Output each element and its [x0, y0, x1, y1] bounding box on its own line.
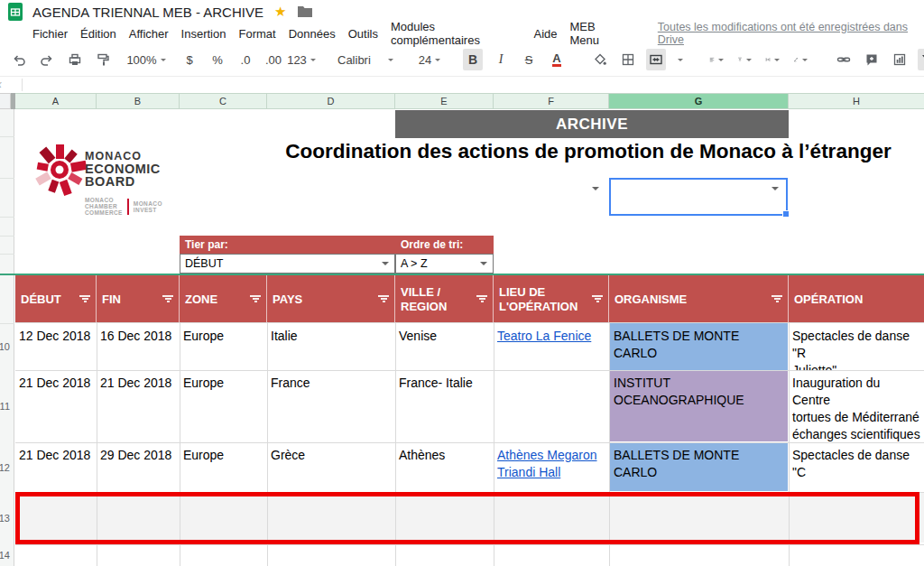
filter-button[interactable]: [918, 49, 924, 70]
cell-b10[interactable]: 16 Dec 2018: [97, 323, 180, 370]
cell-f10-link[interactable]: Teatro La Fenice: [494, 323, 609, 370]
horizontal-align-button[interactable]: [707, 49, 726, 70]
cell-a11[interactable]: 21 Dec 2018: [15, 370, 97, 442]
table-header-fin[interactable]: FIN: [97, 275, 180, 323]
row-header-13[interactable]: 13: [0, 492, 11, 544]
chevron-down-icon[interactable]: [678, 59, 683, 64]
dropdown-arrow-icon[interactable]: [772, 187, 779, 194]
archive-banner-cell[interactable]: ARCHIVE: [395, 110, 789, 138]
sheet-main-title[interactable]: Coordination des actions de promotion de…: [253, 140, 924, 163]
column-header-c[interactable]: C: [180, 93, 267, 109]
menu-aide[interactable]: Aide: [533, 27, 557, 41]
paint-format-button[interactable]: [93, 49, 113, 70]
format-percent-button[interactable]: %: [208, 49, 227, 70]
decrease-decimals-button[interactable]: .0: [236, 49, 255, 70]
filter-funnel-icon[interactable]: [476, 295, 487, 304]
column-header-d[interactable]: D: [267, 93, 395, 109]
text-rotation-button[interactable]: [790, 49, 810, 70]
formula-bar[interactable]: fx: [0, 77, 924, 93]
cell-d10[interactable]: Italie: [267, 323, 395, 370]
menu-edition[interactable]: Édition: [80, 27, 116, 41]
column-header-g-selected[interactable]: G: [609, 93, 789, 109]
filter-funnel-icon[interactable]: [378, 295, 389, 304]
row-header-10[interactable]: 10: [0, 323, 11, 370]
sort-by-select[interactable]: DÉBUT: [180, 254, 395, 274]
column-header-e[interactable]: E: [395, 93, 494, 109]
fill-color-button[interactable]: [590, 49, 610, 70]
menu-format[interactable]: Format: [238, 27, 275, 41]
filter-funnel-icon[interactable]: [79, 295, 90, 304]
sort-order-select[interactable]: A > Z: [395, 254, 494, 274]
cell-g12[interactable]: BALLETS DE MONTE CARLO: [610, 442, 788, 491]
column-header-h[interactable]: H: [789, 93, 924, 109]
table-header-zone[interactable]: ZONE: [180, 275, 267, 323]
column-header-a[interactable]: A: [15, 93, 97, 109]
zoom-select[interactable]: 100%: [136, 49, 156, 70]
menu-fichier[interactable]: Fichier: [32, 27, 68, 41]
row-header-12[interactable]: 12: [0, 442, 11, 492]
menu-donnees[interactable]: Données: [289, 27, 336, 41]
increase-decimals-button[interactable]: .00: [263, 49, 283, 70]
table-header-organisme[interactable]: ORGANISME: [609, 275, 789, 323]
cell-d12[interactable]: Grèce: [267, 442, 395, 492]
filter-funnel-icon[interactable]: [772, 295, 782, 304]
sheets-logo-icon[interactable]: [5, 2, 25, 22]
table-header-lieu[interactable]: LIEU DE L'OPÉRATION: [494, 275, 609, 323]
redo-button[interactable]: [37, 49, 57, 70]
insert-chart-button[interactable]: [890, 49, 910, 70]
fill-handle[interactable]: [782, 210, 790, 218]
cell-g10[interactable]: BALLETS DE MONTE CARLO: [610, 323, 788, 370]
cell-c10[interactable]: Europe: [180, 323, 267, 370]
table-header-operation[interactable]: OPÉRATION: [789, 275, 924, 323]
menu-insertion[interactable]: Insertion: [181, 27, 226, 41]
cell-f11[interactable]: [494, 370, 609, 442]
folder-icon[interactable]: [297, 5, 313, 18]
cell-c12[interactable]: Europe: [180, 442, 267, 492]
merge-cells-button[interactable]: [646, 49, 666, 70]
cell-a10[interactable]: 12 Dec 2018: [15, 323, 97, 370]
bold-button[interactable]: B: [463, 49, 483, 70]
row-header-14[interactable]: 14: [0, 544, 11, 566]
cell-e10[interactable]: Venise: [395, 323, 494, 370]
undo-button[interactable]: [9, 49, 29, 70]
save-status[interactable]: Toutes les modifications ont été enregis…: [658, 21, 924, 46]
filter-funnel-icon[interactable]: [592, 295, 603, 304]
menu-outils[interactable]: Outils: [348, 27, 378, 41]
cell-h10[interactable]: Spectacles de danse "R Juliette": [789, 323, 924, 370]
filter-funnel-icon[interactable]: [250, 295, 261, 304]
italic-button[interactable]: I: [491, 49, 511, 70]
strikethrough-button[interactable]: S: [519, 49, 539, 70]
cell-h12[interactable]: Spectacles de danse "C: [789, 442, 924, 492]
text-wrap-button[interactable]: [762, 49, 782, 70]
text-color-button[interactable]: A: [547, 49, 567, 70]
column-header-b[interactable]: B: [97, 93, 180, 109]
print-button[interactable]: [65, 49, 85, 70]
cell-b11[interactable]: 21 Dec 2018: [97, 370, 180, 442]
cell-c11[interactable]: Europe: [180, 370, 267, 442]
cell-b12[interactable]: 29 Dec 2018: [97, 442, 180, 492]
selected-cell[interactable]: [609, 178, 788, 216]
vertical-align-button[interactable]: [735, 49, 754, 70]
star-icon[interactable]: ★: [274, 4, 286, 20]
cell-e12[interactable]: Athènes: [395, 442, 494, 492]
table-header-ville[interactable]: VILLE / REGION: [395, 275, 494, 323]
table-header-debut[interactable]: DÉBUT: [15, 275, 97, 323]
cell-e11[interactable]: France- Italie: [395, 370, 494, 442]
insert-comment-button[interactable]: [862, 49, 882, 70]
number-format-button[interactable]: 123: [291, 49, 311, 70]
table-header-pays[interactable]: PAYS: [267, 275, 395, 323]
cell-g11[interactable]: INSTITUT OCEANOGRAPHIQUE: [610, 370, 788, 441]
cell-d11[interactable]: France: [267, 370, 395, 442]
column-header-f[interactable]: F: [494, 93, 609, 109]
select-all-corner[interactable]: [0, 93, 11, 109]
cell-h11[interactable]: Inauguration du Centre tortues de Médite…: [789, 370, 924, 442]
document-title[interactable]: AGENDA TRIENNAL MEB - ARCHIVE: [32, 5, 263, 20]
font-select[interactable]: Calibri: [335, 49, 396, 70]
cell-f12-link[interactable]: Athènes Megaron Triandi Hall: [494, 442, 609, 492]
font-size-select[interactable]: 24: [420, 49, 439, 70]
format-currency-button[interactable]: $: [180, 49, 199, 70]
cell-a12[interactable]: 21 Dec 2018: [15, 442, 97, 492]
row-header-11[interactable]: 11: [0, 370, 11, 442]
borders-button[interactable]: [618, 49, 638, 70]
dropdown-arrow-icon[interactable]: [592, 187, 599, 194]
